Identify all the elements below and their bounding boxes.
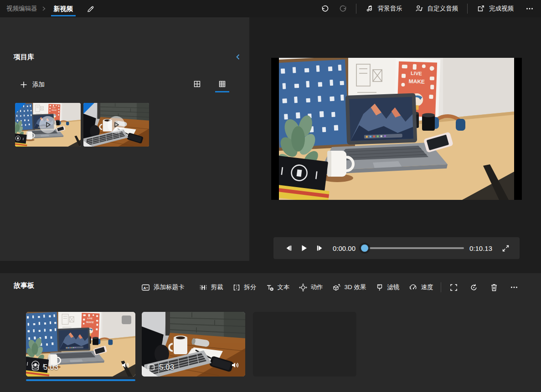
breadcrumb-chevron-icon bbox=[41, 5, 46, 12]
speed-button[interactable]: 速度 bbox=[404, 279, 438, 296]
large-grid-view-button[interactable] bbox=[190, 77, 204, 91]
toolbar-divider bbox=[441, 282, 441, 292]
text-button[interactable]: 文本 bbox=[261, 279, 294, 296]
storyboard-title: 故事板 bbox=[14, 281, 34, 290]
filter-icon bbox=[376, 284, 384, 291]
small-grid-view-button[interactable] bbox=[215, 77, 229, 91]
add-media-button[interactable]: 添加 bbox=[20, 78, 45, 92]
rename-pencil-icon[interactable] bbox=[83, 0, 98, 17]
more-options-button[interactable] bbox=[520, 0, 539, 17]
finish-video-label: 完成视频 bbox=[489, 5, 514, 13]
library-video-1[interactable] bbox=[15, 103, 81, 147]
topbar-divider bbox=[467, 4, 468, 14]
3d-effects-button[interactable]: 3D 效果 bbox=[328, 279, 371, 296]
library-view-toggles bbox=[190, 77, 229, 91]
more-tools-button[interactable] bbox=[504, 279, 524, 296]
film-strip-icon bbox=[147, 364, 155, 371]
video-editor-window: 视频编辑器 新视频 bbox=[0, 0, 541, 392]
custom-audio-label: 自定义音频 bbox=[428, 5, 459, 13]
speed-icon bbox=[409, 284, 417, 291]
clip-duration: 5.03 bbox=[159, 363, 174, 372]
collapse-panel-button[interactable] bbox=[232, 51, 244, 63]
clip-duration-badge: 5.03 bbox=[31, 363, 58, 372]
film-strip-icon bbox=[31, 364, 39, 371]
rotate-button[interactable] bbox=[464, 279, 484, 296]
seek-slider[interactable] bbox=[361, 244, 464, 253]
add-title-card-button[interactable]: A 添加标题卡 bbox=[137, 279, 189, 296]
project-library-panel: 项目库 添加 bbox=[0, 17, 249, 261]
clip-duration-badge: 5.03 bbox=[147, 363, 174, 372]
split-icon bbox=[232, 284, 241, 291]
text-icon bbox=[266, 284, 274, 291]
clip-volume-icon[interactable] bbox=[231, 361, 240, 371]
trim-button[interactable]: 剪裁 bbox=[195, 279, 228, 296]
clip-duration: 5.03 bbox=[43, 363, 58, 372]
clip-checkbox[interactable] bbox=[122, 316, 131, 324]
title-card-icon: A bbox=[141, 284, 150, 291]
seek-track[interactable] bbox=[365, 247, 464, 249]
next-frame-button[interactable] bbox=[312, 239, 327, 257]
storyboard-panel: 故事板 A 添加标题卡 剪裁 bbox=[0, 273, 541, 392]
trim-icon bbox=[199, 284, 207, 291]
total-time: 0:10.13 bbox=[469, 244, 492, 252]
storyboard-clip-1[interactable]: 5.03 bbox=[26, 312, 135, 377]
plus-icon bbox=[20, 81, 27, 88]
project-title[interactable]: 新视频 bbox=[51, 0, 76, 17]
play-overlay-icon[interactable] bbox=[39, 116, 57, 133]
seek-thumb[interactable] bbox=[361, 244, 368, 252]
play-overlay-icon[interactable] bbox=[108, 116, 125, 133]
storyboard-clips: 5.03 5.03 bbox=[0, 312, 541, 392]
motion-icon bbox=[299, 284, 307, 291]
svg-text:A: A bbox=[144, 285, 146, 290]
motion-button[interactable]: 动作 bbox=[294, 279, 328, 296]
filters-button[interactable]: 滤镜 bbox=[371, 279, 404, 296]
3d-cube-icon bbox=[332, 283, 341, 291]
custom-audio-button[interactable]: 自定义音频 bbox=[409, 0, 465, 17]
storyboard-toolbar: A 添加标题卡 剪裁 bbox=[137, 279, 523, 296]
library-thumbnails bbox=[15, 103, 149, 147]
finish-video-button[interactable]: 完成视频 bbox=[470, 0, 520, 17]
previous-frame-button[interactable] bbox=[281, 239, 296, 257]
undo-button[interactable] bbox=[315, 0, 334, 17]
music-note-icon bbox=[366, 5, 374, 13]
library-video-2[interactable] bbox=[83, 103, 149, 147]
in-use-corner-badge bbox=[15, 103, 26, 114]
resize-frame-button[interactable] bbox=[444, 279, 464, 296]
delete-button[interactable] bbox=[484, 279, 504, 296]
library-title: 项目库 bbox=[14, 53, 34, 61]
play-button[interactable] bbox=[296, 239, 312, 257]
topbar-divider bbox=[356, 4, 356, 14]
in-use-corner-badge bbox=[83, 103, 94, 114]
empty-clip-slot[interactable] bbox=[253, 312, 356, 377]
clip-volume-icon[interactable] bbox=[121, 361, 130, 371]
breadcrumb-root[interactable]: 视频编辑器 bbox=[5, 5, 39, 13]
background-music-label: 背景音乐 bbox=[378, 5, 402, 13]
top-bar: 视频编辑器 新视频 bbox=[0, 0, 541, 17]
storyboard-toolbar-right bbox=[438, 279, 524, 296]
export-icon bbox=[477, 5, 485, 13]
storyboard-clip-2[interactable]: 5.03 bbox=[142, 312, 245, 377]
redo-button[interactable] bbox=[334, 0, 353, 17]
video-preview[interactable] bbox=[271, 58, 522, 200]
current-time: 0:00.00 bbox=[333, 244, 356, 252]
person-music-icon bbox=[415, 5, 423, 13]
add-media-label: 添加 bbox=[32, 81, 45, 89]
split-button[interactable]: 拆分 bbox=[228, 279, 261, 296]
playback-controls: 0:00.00 0:10.13 bbox=[273, 237, 520, 259]
fullscreen-button[interactable] bbox=[499, 239, 512, 257]
topbar-actions: 背景音乐 自定义音频 完成视频 bbox=[315, 0, 540, 17]
background-music-button[interactable]: 背景音乐 bbox=[359, 0, 409, 17]
selected-clip-indicator bbox=[26, 379, 135, 381]
